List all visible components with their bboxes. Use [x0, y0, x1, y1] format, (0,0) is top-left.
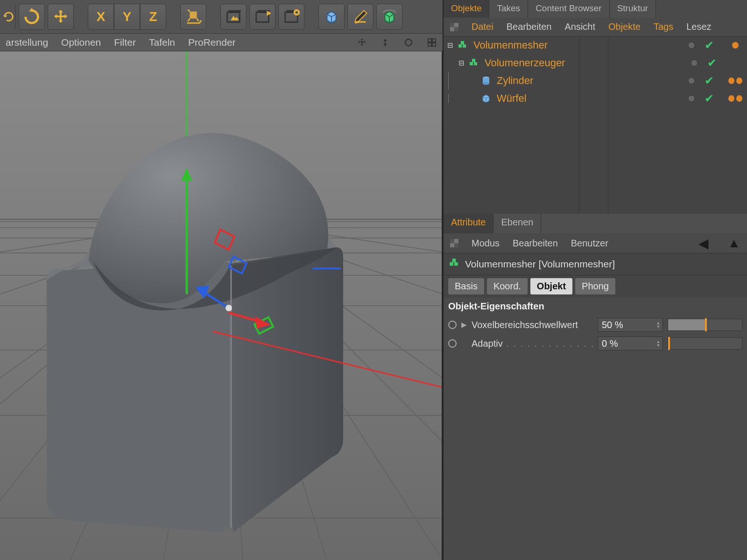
- axis-z-button[interactable]: Z: [140, 4, 166, 30]
- tab-objekte[interactable]: Objekte: [444, 0, 489, 18]
- spline-pen-button[interactable]: [347, 4, 374, 30]
- coord-system-button[interactable]: [180, 4, 206, 30]
- svg-point-49: [688, 42, 695, 49]
- prop-slider[interactable]: [668, 337, 742, 350]
- visible-check-icon[interactable]: ✔: [704, 55, 720, 71]
- prop-label: Voxelbereichsschwellwert: [472, 320, 593, 330]
- svg-rect-47: [463, 44, 466, 48]
- anim-dot-icon[interactable]: [448, 339, 457, 348]
- attrmenu-modus[interactable]: Modus: [472, 238, 500, 249]
- svg-point-6: [405, 39, 412, 46]
- tree-row-wuerfel[interactable]: Würfel ✔: [444, 90, 747, 107]
- layer-dot-icon[interactable]: [684, 73, 699, 89]
- subtab-koord[interactable]: Koord.: [487, 278, 528, 294]
- vp-menu-prorender[interactable]: ProRender: [188, 37, 236, 48]
- tab-takes[interactable]: Takes: [489, 0, 528, 18]
- prop-adaptiv: ▶ Adaptiv . . . . . . . . . . . . . . . …: [444, 334, 747, 353]
- attrmenu-benutzer[interactable]: Benutzer: [571, 238, 608, 249]
- nav-up-icon[interactable]: ▲: [727, 236, 740, 251]
- render-button[interactable]: [249, 4, 275, 30]
- svg-rect-46: [458, 44, 462, 48]
- view-options-icon[interactable]: [450, 23, 458, 31]
- vp-menu-filter[interactable]: Filter: [114, 37, 136, 48]
- tree-label[interactable]: Volumenerzeuger: [483, 57, 686, 69]
- axis-y-button[interactable]: Y: [114, 4, 140, 30]
- vp-zoom-icon[interactable]: [380, 37, 390, 48]
- svg-rect-52: [472, 59, 475, 62]
- objmenu-tags[interactable]: Tags: [654, 21, 673, 32]
- objmenu-bearbeiten[interactable]: Bearbeiten: [507, 21, 552, 32]
- render-view-button[interactable]: [220, 4, 247, 30]
- vp-move-icon[interactable]: [357, 37, 367, 48]
- tree-label[interactable]: Zylinder: [495, 75, 684, 87]
- axis-group: X Y Z: [88, 4, 166, 30]
- tag-phong-icon[interactable]: [727, 73, 743, 89]
- svg-rect-51: [474, 62, 477, 65]
- subtab-basis[interactable]: Basis: [448, 278, 484, 294]
- subtab-objekt[interactable]: Objekt: [530, 278, 572, 294]
- tree-row-zylinder[interactable]: Zylinder ✔: [444, 72, 747, 90]
- primitive-cube-button[interactable]: [318, 4, 345, 30]
- svg-rect-48: [461, 41, 464, 44]
- expand-icon[interactable]: ⊟: [446, 41, 454, 49]
- tab-attribute[interactable]: Attribute: [444, 214, 493, 233]
- subtab-phong[interactable]: Phong: [575, 278, 615, 294]
- tag-phong-icon[interactable]: [727, 91, 743, 106]
- undo-button[interactable]: [2, 4, 16, 30]
- vp-rotate-icon[interactable]: [403, 37, 414, 48]
- attribute-object-header: Volumenmesher [Volumenmesher]: [444, 253, 747, 275]
- layer-dot-icon[interactable]: [684, 91, 699, 106]
- tree-row-volumenmesher[interactable]: ⊟ Volumenmesher ✔: [444, 36, 747, 54]
- visible-check-icon[interactable]: ✔: [701, 91, 717, 106]
- spinner-icon[interactable]: ▲▼: [655, 338, 662, 349]
- attribute-subtabs: Basis Koord. Objekt Phong: [444, 275, 747, 297]
- attribute-menu: Modus Bearbeiten Benutzer ◀ ▲: [444, 233, 747, 253]
- attribute-tabs: Attribute Ebenen: [444, 214, 747, 233]
- view-options-icon[interactable]: [450, 239, 458, 247]
- svg-rect-9: [428, 43, 431, 46]
- rotate-button[interactable]: [19, 4, 45, 30]
- tree-label[interactable]: Volumenmesher: [472, 39, 684, 51]
- visible-check-icon[interactable]: ✔: [701, 37, 717, 53]
- svg-rect-8: [432, 39, 436, 42]
- layer-dot-icon[interactable]: [686, 55, 702, 71]
- svg-rect-59: [450, 262, 453, 266]
- svg-rect-61: [452, 259, 456, 262]
- prop-value-input[interactable]: 50 %▲▼: [598, 318, 663, 332]
- visible-check-icon[interactable]: ✔: [701, 73, 717, 89]
- svg-point-5: [296, 11, 298, 14]
- objmenu-datei[interactable]: Datei: [472, 21, 493, 32]
- tab-content-browser[interactable]: Content Browser: [528, 0, 610, 18]
- vp-layout-icon[interactable]: [427, 37, 437, 48]
- vp-menu-options[interactable]: Optionen: [61, 37, 101, 48]
- prop-slider[interactable]: [668, 319, 742, 331]
- tree-row-volumenerzeuger[interactable]: ⊟ Volumenerzeuger ✔: [444, 54, 747, 72]
- spinner-icon[interactable]: ▲▼: [655, 319, 662, 330]
- generator-button[interactable]: [376, 4, 402, 30]
- move-button[interactable]: [48, 4, 74, 30]
- objmenu-lesezeichen[interactable]: Lesez: [686, 21, 711, 32]
- object-tree[interactable]: ⊟ Volumenmesher ✔ ⊟ Volumenerzeuger ✔: [444, 36, 747, 214]
- tag-phong-icon[interactable]: [727, 37, 743, 53]
- viewport-3d[interactable]: [0, 51, 443, 560]
- render-settings-button[interactable]: [278, 4, 304, 30]
- expand-icon[interactable]: ⊟: [458, 59, 465, 67]
- vp-menu-display[interactable]: arstellung: [6, 37, 48, 48]
- cylinder-icon: [480, 75, 492, 87]
- tree-label[interactable]: Würfel: [495, 92, 684, 105]
- tab-ebenen[interactable]: Ebenen: [493, 214, 541, 233]
- prop-voxel-threshold: ▶ Voxelbereichsschwellwert 50 %▲▼: [444, 315, 747, 334]
- anim-dot-icon[interactable]: [448, 321, 457, 329]
- axis-x-button[interactable]: X: [88, 4, 114, 30]
- vp-menu-panels[interactable]: Tafeln: [149, 37, 175, 48]
- nav-back-icon[interactable]: ◀: [698, 236, 709, 251]
- attrmenu-bearbeiten[interactable]: Bearbeiten: [513, 238, 558, 249]
- tab-struktur[interactable]: Struktur: [610, 0, 656, 18]
- objmenu-ansicht[interactable]: Ansicht: [564, 21, 595, 32]
- expand-arrow-icon[interactable]: ▶: [461, 321, 467, 329]
- objmenu-objekte[interactable]: Objekte: [608, 21, 641, 32]
- layer-dot-icon[interactable]: [684, 37, 699, 53]
- prop-label: Adaptiv . . . . . . . . . . . . . . . .: [472, 338, 593, 349]
- prop-value-input[interactable]: 0 %▲▼: [598, 336, 663, 350]
- svg-point-58: [688, 95, 695, 102]
